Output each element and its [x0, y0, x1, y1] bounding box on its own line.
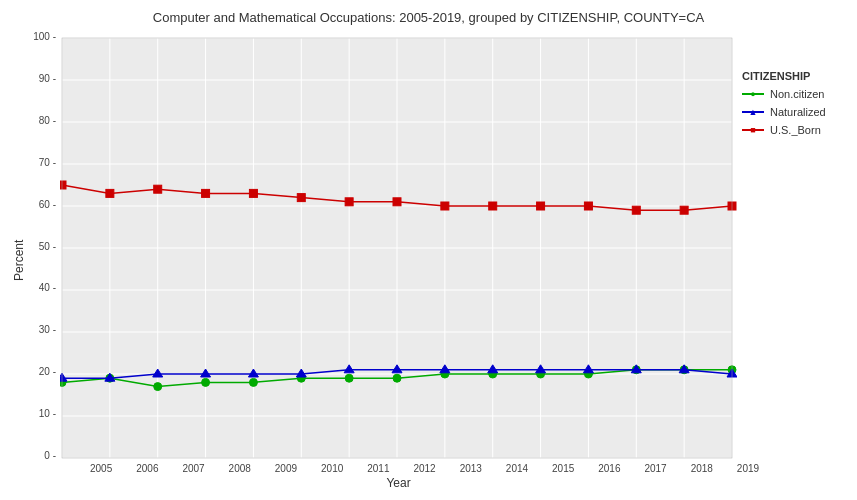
- y-tick: 80 -: [30, 116, 60, 126]
- svg-rect-66: [489, 202, 497, 210]
- svg-point-33: [345, 374, 353, 382]
- svg-point-31: [249, 378, 257, 386]
- y-tick: 90 -: [30, 74, 60, 84]
- svg-rect-63: [345, 198, 353, 206]
- svg-rect-65: [441, 202, 449, 210]
- legend-label: U.S._Born: [770, 124, 821, 136]
- y-tick: 30 -: [30, 325, 60, 335]
- legend-item: ● Non.citizen: [742, 88, 842, 100]
- plot-area: [60, 30, 737, 463]
- y-tick: 70 -: [30, 158, 60, 168]
- chart-container: Computer and Mathematical Occupations: 2…: [0, 0, 857, 500]
- y-tick: 60 -: [30, 200, 60, 210]
- y-tick: 40 -: [30, 283, 60, 293]
- svg-rect-61: [249, 189, 257, 197]
- y-tick: 0 -: [30, 451, 60, 461]
- y-tick: 20 -: [30, 367, 60, 377]
- legend: CITIZENSHIP ● Non.citizen ▲ Naturalized …: [737, 30, 847, 490]
- svg-point-30: [202, 378, 210, 386]
- legend-label: Naturalized: [770, 106, 826, 118]
- legend-item: ■ U.S._Born: [742, 124, 842, 136]
- svg-rect-59: [154, 185, 162, 193]
- svg-rect-69: [632, 206, 640, 214]
- legend-label: Non.citizen: [770, 88, 824, 100]
- y-axis-label: Percent: [10, 30, 28, 490]
- svg-rect-60: [202, 189, 210, 197]
- y-tick: 100 -: [30, 32, 60, 42]
- svg-rect-58: [106, 189, 114, 197]
- legend-item: ▲ Naturalized: [742, 106, 842, 118]
- svg-rect-62: [297, 194, 305, 202]
- svg-rect-57: [60, 181, 66, 189]
- legend-title: CITIZENSHIP: [742, 70, 842, 82]
- svg-point-29: [154, 383, 162, 391]
- y-tick: 50 -: [30, 242, 60, 252]
- x-axis-label: Year: [30, 476, 737, 490]
- svg-rect-64: [393, 198, 401, 206]
- chart-title: Computer and Mathematical Occupations: 2…: [10, 10, 847, 25]
- svg-rect-68: [584, 202, 592, 210]
- y-tick: 10 -: [30, 409, 60, 419]
- svg-rect-70: [680, 206, 688, 214]
- svg-rect-67: [537, 202, 545, 210]
- y-axis-ticks: 0 -10 -20 -30 -40 -50 -60 -70 -80 -90 -1…: [30, 30, 60, 463]
- svg-point-34: [393, 374, 401, 382]
- x-axis-ticks: 2005200620072008200920102011201220132014…: [90, 463, 737, 474]
